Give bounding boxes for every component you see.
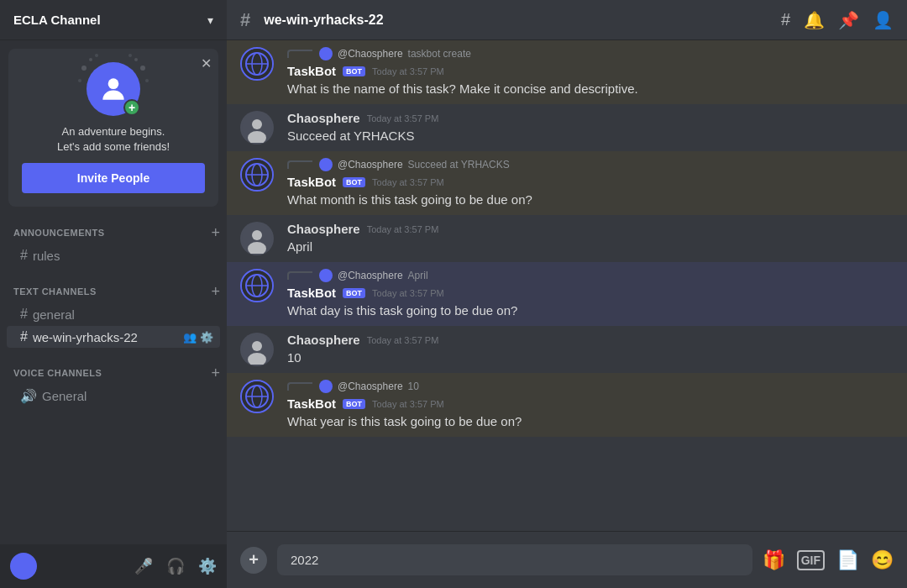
voice-channel-general[interactable]: 🔊 General [7, 385, 220, 407]
avatar-plus-icon: + [123, 99, 140, 116]
message-header: Chaosphere Today at 3:57 PM [287, 333, 894, 347]
gift-icon[interactable]: 🎁 [763, 549, 785, 571]
message-text: April [287, 238, 894, 255]
message-text: 10 [287, 349, 894, 366]
bottom-icons: 🎁 GIF 📄 😊 [763, 549, 894, 571]
svg-point-21 [252, 230, 262, 240]
members-icon[interactable]: 👤 [873, 10, 894, 30]
taskbot-avatar-svg [242, 160, 272, 190]
sidebar-bottom: 🎤 🎧 ⚙️ [0, 544, 227, 588]
timestamp: Today at 3:57 PM [372, 177, 444, 187]
message-group: Chaosphere Today at 3:57 PM 10 [227, 326, 907, 373]
sidebar: ECLA Channel ▾ ✕ + [0, 0, 227, 588]
svg-point-14 [252, 119, 262, 129]
message-group: @Chaosphere April TaskBot BOT Today at 3… [227, 262, 907, 326]
channel-action-icons: 👥 ⚙️ [183, 331, 213, 344]
settings-icon[interactable]: ⚙️ [198, 557, 217, 575]
add-announcement-icon[interactable]: + [211, 225, 220, 240]
add-attachment-button[interactable]: + [240, 547, 267, 574]
headset-icon[interactable]: 🎧 [166, 557, 185, 575]
reply-username: @Chaosphere [338, 270, 403, 281]
message-content: @Chaosphere April TaskBot BOT Today at 3… [287, 269, 894, 319]
user-avatar [10, 553, 37, 580]
server-header[interactable]: ECLA Channel ▾ [0, 0, 227, 40]
avatar [240, 111, 274, 144]
message-group: @Chaosphere taskbot create TaskBot BOT T… [227, 40, 907, 104]
text-channels-header[interactable]: TEXT CHANNELS + [0, 281, 227, 302]
notifications-icon[interactable]: 🔔 [804, 10, 825, 30]
speaker-icon: 🔊 [20, 388, 37, 404]
voice-channels-header[interactable]: VOICE CHANNELS + [0, 362, 227, 384]
timestamp: Today at 3:57 PM [367, 224, 439, 234]
chaosphere-avatar-svg [242, 113, 272, 143]
channel-item-active[interactable]: # we-win-yrhacks-22 👥 ⚙️ [7, 326, 220, 348]
message-input[interactable] [277, 544, 752, 575]
svg-point-8 [108, 78, 119, 89]
message-header: TaskBot BOT Today at 3:57 PM [287, 286, 894, 300]
reply-username: @Chaosphere [338, 159, 403, 171]
reply-avatar [319, 158, 333, 171]
reply-avatar [319, 47, 333, 60]
text-channels-title: TEXT CHANNELS [13, 286, 97, 297]
timestamp: Today at 3:57 PM [367, 113, 439, 123]
message-header: Chaosphere Today at 3:57 PM [287, 222, 894, 236]
top-bar-icons: # 🔔 📌 👤 [781, 10, 894, 30]
channel-item-rules[interactable]: # rules [7, 244, 220, 266]
avatar-container: + [22, 62, 205, 116]
svg-point-5 [145, 79, 149, 82]
voice-channels-section: VOICE CHANNELS + 🔊 General [0, 355, 227, 415]
sticker-icon[interactable]: 📄 [836, 549, 859, 571]
bottom-bar: + 🎁 GIF 📄 😊 [227, 531, 907, 588]
message-text: What is the name of this task? Make it c… [287, 80, 894, 97]
settings-icon[interactable]: ⚙️ [200, 331, 213, 344]
channel-label-general: general [33, 307, 213, 322]
channel-name-header: we-win-yrhacks-22 [264, 13, 771, 28]
threads-icon[interactable]: # [781, 10, 790, 29]
svg-point-1 [89, 58, 92, 61]
channel-label-rules: rules [33, 249, 213, 263]
mic-icon[interactable]: 🎤 [134, 557, 153, 575]
channel-item-general[interactable]: # general [7, 303, 220, 325]
username: TaskBot [287, 64, 336, 78]
hash-icon: # [20, 248, 28, 263]
svg-point-4 [134, 58, 138, 61]
message-content: @Chaosphere 10 TaskBot BOT Today at 3:57… [287, 380, 894, 430]
avatar [240, 47, 274, 81]
announcements-title: ANNOUNCEMENTS [13, 228, 105, 238]
invite-people-button[interactable]: Invite People [22, 163, 205, 193]
voice-channel-label: General [42, 389, 213, 403]
timestamp: Today at 3:57 PM [372, 66, 444, 76]
members-icon[interactable]: 👥 [183, 331, 197, 344]
top-bar: # we-win-yrhacks-22 # 🔔 📌 👤 [227, 0, 907, 40]
taskbot-avatar-svg [242, 381, 272, 412]
message-content: Chaosphere Today at 3:57 PM April [287, 222, 894, 255]
gif-icon[interactable]: GIF [797, 550, 825, 570]
svg-point-2 [78, 79, 81, 82]
message-reply: @Chaosphere April [287, 269, 894, 282]
message-text: Succeed at YRHACKS [287, 127, 894, 144]
reply-text: 10 [408, 381, 419, 392]
timestamp: Today at 3:57 PM [372, 399, 444, 409]
message-text: What month is this task going to be due … [287, 191, 894, 208]
reply-text: taskbot create [408, 48, 471, 60]
message-header: TaskBot BOT Today at 3:57 PM [287, 175, 894, 189]
username: TaskBot [287, 175, 336, 189]
emoji-icon[interactable]: 😊 [871, 549, 894, 571]
svg-point-3 [140, 66, 145, 71]
voice-channels-title: VOICE CHANNELS [13, 368, 102, 378]
pinned-icon[interactable]: 📌 [838, 10, 859, 30]
add-voice-channel-icon[interactable]: + [211, 365, 220, 381]
add-text-channel-icon[interactable]: + [211, 284, 220, 299]
announcements-header[interactable]: ANNOUNCEMENTS + [0, 222, 227, 244]
username: Chaosphere [287, 222, 360, 236]
reply-text: April [408, 270, 428, 281]
text-channels-section: TEXT CHANNELS + # general # we-win-yrhac… [0, 274, 227, 355]
avatar: + [87, 62, 140, 116]
user-icon [97, 73, 129, 105]
hash-icon: # [20, 329, 28, 344]
announcements-section: ANNOUNCEMENTS + # rules [0, 215, 227, 274]
message-reply: @Chaosphere taskbot create [287, 47, 894, 60]
username: TaskBot [287, 396, 336, 411]
server-name: ECLA Channel [13, 13, 101, 27]
channel-label-active: we-win-yrhacks-22 [33, 330, 183, 344]
